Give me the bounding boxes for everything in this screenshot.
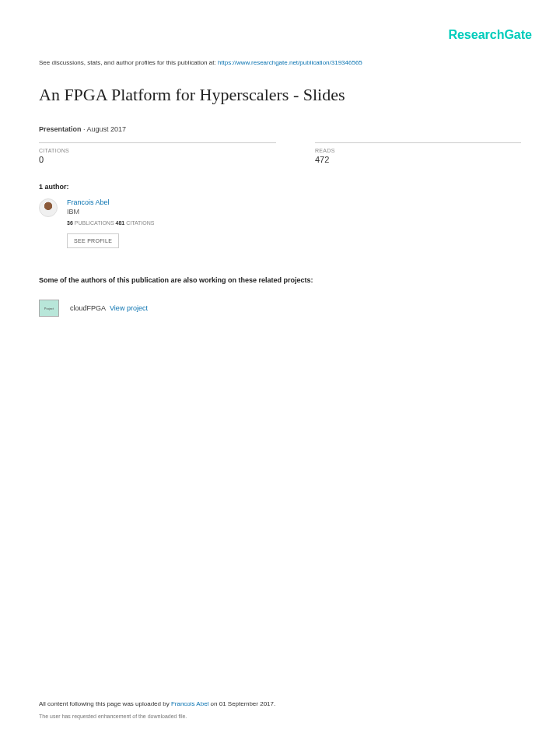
footer-suffix: on 01 September 2017. <box>208 700 275 707</box>
related-projects-label: Some of the authors of this publication … <box>39 276 521 284</box>
reads-value: 472 <box>315 155 521 164</box>
project-text: cloudFPGA View project <box>70 304 148 312</box>
author-info: Francois Abel IBM 36 PUBLICATIONS 481 CI… <box>67 198 154 248</box>
discussion-line: See discussions, stats, and author profi… <box>39 59 521 66</box>
publication-url-link[interactable]: https://www.researchgate.net/publication… <box>218 59 362 66</box>
footer-enhancement-note: The user has requested enhancement of th… <box>39 714 521 719</box>
publication-title: An FPGA Platform for Hyperscalers - Slid… <box>39 85 521 105</box>
view-project-link[interactable]: View project <box>110 304 148 312</box>
author-row: Francois Abel IBM 36 PUBLICATIONS 481 CI… <box>39 198 521 248</box>
author-avatar[interactable] <box>39 198 58 217</box>
footer-upload-line: All content following this page was uplo… <box>39 700 521 707</box>
reads-block: READS 472 <box>315 142 521 164</box>
author-stats: 36 PUBLICATIONS 481 CITATIONS <box>67 220 154 226</box>
reads-label: READS <box>315 148 521 153</box>
discussion-prefix: See discussions, stats, and author profi… <box>39 59 218 66</box>
citations-value: 0 <box>39 155 276 164</box>
project-name: cloudFPGA <box>70 304 107 312</box>
footer-uploader-link[interactable]: Francois Abel <box>171 700 208 707</box>
author-cites-label: CITATIONS <box>124 220 154 226</box>
authors-count-label: 1 author: <box>39 183 521 191</box>
project-icon: Project <box>39 300 59 317</box>
publication-header: See discussions, stats, and author profi… <box>39 59 521 317</box>
author-affiliation: IBM <box>67 208 154 216</box>
see-profile-button[interactable]: SEE PROFILE <box>67 233 119 248</box>
project-icon-text: Project <box>44 307 54 310</box>
stats-row: CITATIONS 0 READS 472 <box>39 142 521 164</box>
footer: All content following this page was uplo… <box>39 700 521 719</box>
author-cites-count: 481 <box>116 220 125 226</box>
author-pubs-label: PUBLICATIONS <box>73 220 116 226</box>
citations-label: CITATIONS <box>39 148 276 153</box>
author-name-link[interactable]: Francois Abel <box>67 198 154 206</box>
author-pubs-count: 36 <box>67 220 73 226</box>
citations-block: CITATIONS 0 <box>39 142 276 164</box>
publication-meta: Presentation · August 2017 <box>39 125 521 133</box>
publication-type: Presentation <box>39 125 82 133</box>
researchgate-logo: ResearchGate <box>448 28 532 42</box>
publication-date: · August 2017 <box>82 125 127 133</box>
footer-prefix: All content following this page was uplo… <box>39 700 171 707</box>
project-row: Project cloudFPGA View project <box>39 300 521 317</box>
